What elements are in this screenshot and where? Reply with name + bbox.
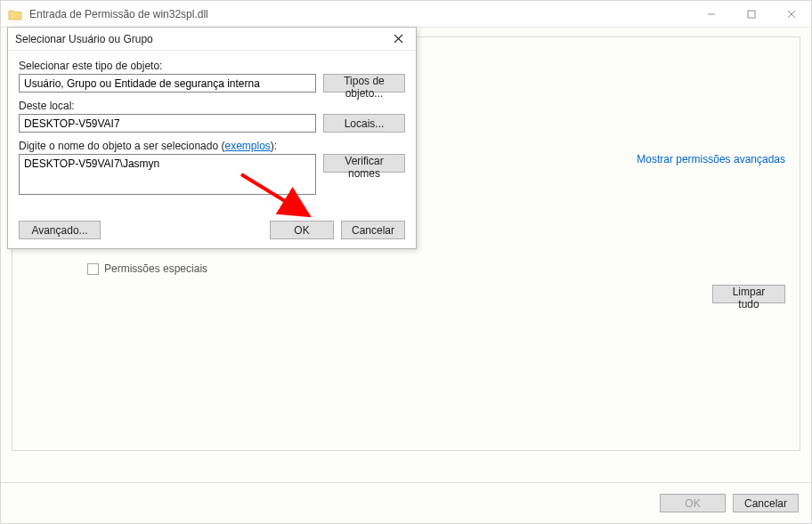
special-permissions-checkbox[interactable] [87, 263, 99, 275]
location-label: Deste local: [19, 100, 405, 112]
location-input[interactable] [19, 114, 316, 133]
dialog-cancel-button[interactable]: Cancelar [341, 221, 405, 239]
verify-names-button[interactable]: Verificar nomes [323, 154, 405, 173]
advanced-permissions-link[interactable]: Mostrar permissões avançadas [637, 153, 785, 165]
special-permissions-checkbox-row: Permissões especiais [87, 262, 207, 275]
maximize-button[interactable] [731, 1, 771, 27]
dialog-body: Selecionar este tipo de objeto: Tipos de… [8, 51, 416, 248]
folder-icon [8, 8, 22, 20]
svg-rect-1 [748, 11, 755, 18]
object-name-label-suffix: ): [271, 140, 277, 152]
spacer [108, 221, 263, 239]
parent-footer: OK Cancelar [1, 482, 811, 523]
advanced-button[interactable]: Avançado... [19, 221, 101, 239]
parent-title: Entrada de Permissão de win32spl.dll [29, 8, 691, 20]
object-name-input[interactable] [19, 154, 316, 195]
locations-button[interactable]: Locais... [323, 114, 405, 133]
select-user-dialog: Selecionar Usuário ou Grupo Selecionar e… [7, 27, 417, 249]
object-type-input[interactable] [19, 74, 316, 93]
clear-all-button[interactable]: Limpar tudo [712, 285, 785, 303]
close-button[interactable] [771, 1, 811, 27]
dialog-titlebar: Selecionar Usuário ou Grupo [8, 28, 416, 51]
dialog-ok-button[interactable]: OK [270, 221, 334, 239]
object-name-label: Digite o nome do objeto a ser selecionad… [19, 140, 405, 152]
dialog-close-button[interactable] [387, 28, 409, 50]
parent-cancel-button[interactable]: Cancelar [733, 494, 799, 512]
dialog-footer: Avançado... OK Cancelar [19, 221, 405, 239]
parent-titlebar: Entrada de Permissão de win32spl.dll [1, 1, 811, 28]
titlebar-controls [691, 1, 811, 27]
object-types-button[interactable]: Tipos de objeto... [323, 74, 405, 93]
parent-ok-button[interactable]: OK [660, 494, 726, 512]
object-type-label: Selecionar este tipo de objeto: [19, 60, 405, 72]
examples-link[interactable]: exemplos [224, 140, 270, 152]
dialog-title: Selecionar Usuário ou Grupo [15, 33, 387, 45]
minimize-button[interactable] [691, 1, 731, 27]
special-permissions-label: Permissões especiais [104, 262, 207, 275]
object-name-label-prefix: Digite o nome do objeto a ser selecionad… [19, 140, 224, 152]
